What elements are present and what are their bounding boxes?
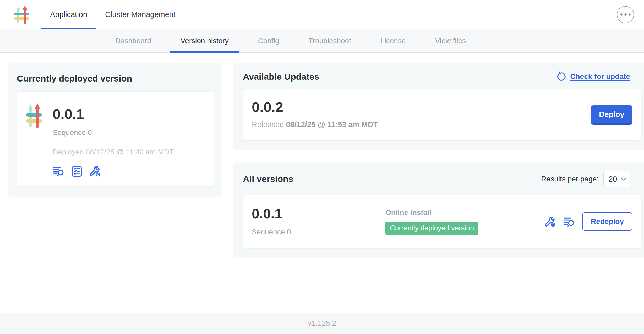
deploy-button[interactable]: Deploy [591, 105, 632, 123]
subnav-tab-version-history[interactable]: Version history [170, 29, 239, 52]
app-logo [14, 6, 29, 24]
all-versions-card: All versions Results per page: 20 0.0.1 … [233, 163, 644, 258]
tab-application-label: Application [50, 10, 87, 19]
released-date: 08/12/25 @ 11:53 am MDT [286, 120, 378, 129]
deployed-version-info: 0.0.1 Sequence 0 Deployed 08/12/25 @ 11:… [53, 99, 174, 177]
right-column: Available Updates Check for update 0.0.2… [233, 63, 644, 258]
results-per-page-label: Results per page: [541, 175, 599, 183]
released-prefix: Released [252, 120, 286, 129]
version-row: 0.0.1 Sequence 0 Online Install Currentl… [243, 195, 641, 249]
update-released-line: Released 08/12/25 @ 11:53 am MDT [252, 120, 378, 129]
results-per-page: Results per page: 20 [541, 171, 630, 187]
row-version-number: 0.0.1 [252, 207, 385, 220]
admin-console: Application Cluster Management Dashboard… [0, 0, 644, 334]
subnav-tab-license[interactable]: License [370, 29, 416, 52]
row-sequence: Sequence 0 [252, 228, 385, 236]
results-per-page-select-wrap: 20 [603, 171, 630, 187]
tab-application[interactable]: Application [41, 0, 96, 29]
deployed-timestamp: Deployed 08/12/25 @ 11:40 am MDT [53, 148, 174, 156]
deployed-sequence: Sequence 0 [53, 128, 174, 137]
currently-deployed-badge: Currently deployed version [385, 222, 478, 235]
subnav-tab-version-history-label: Version history [181, 37, 229, 45]
version-row-info: 0.0.1 Sequence 0 [252, 207, 385, 236]
subnav-tab-troubleshoot[interactable]: Troubleshoot [298, 29, 362, 52]
tab-cluster-management[interactable]: Cluster Management [96, 0, 184, 29]
subnav-tab-config-label: Config [258, 37, 279, 45]
overflow-menu-button[interactable] [617, 6, 634, 23]
ellipsis-icon [629, 13, 631, 16]
version-row-status: Online Install Currently deployed versio… [385, 208, 544, 235]
subnav-tab-view-files-label: View files [435, 37, 466, 45]
subnav-tab-dashboard[interactable]: Dashboard [105, 29, 162, 52]
app-subnav: Dashboard Version history Config Trouble… [0, 29, 644, 53]
update-row: 0.0.2 Released 08/12/25 @ 11:53 am MDT D… [243, 89, 641, 140]
available-updates-header: Available Updates Check for update [243, 71, 641, 82]
edit-config-icon[interactable] [89, 165, 101, 177]
view-diff-icon[interactable] [563, 216, 575, 228]
deployed-version-card: 0.0.1 Sequence 0 Deployed 08/12/25 @ 11:… [17, 91, 214, 187]
deployed-actions [53, 165, 174, 177]
tab-cluster-management-label: Cluster Management [105, 10, 176, 19]
deployed-version-number: 0.0.1 [53, 107, 174, 121]
arrows-logo-icon [26, 103, 42, 128]
subnav-tab-license-label: License [380, 37, 406, 45]
preflight-checks-icon[interactable] [71, 165, 83, 177]
update-info: 0.0.2 Released 08/12/25 @ 11:53 am MDT [252, 100, 378, 129]
ellipsis-icon [620, 13, 623, 16]
edit-config-icon[interactable] [544, 216, 556, 228]
redeploy-button[interactable]: Redeploy [582, 212, 632, 231]
view-diff-icon[interactable] [53, 165, 65, 177]
currently-deployed-title: Currently deployed version [17, 73, 214, 84]
page-footer: v1.125.2 [0, 313, 644, 334]
results-per-page-select[interactable]: 20 [603, 171, 630, 187]
install-type-label: Online Install [385, 208, 544, 217]
all-versions-header: All versions Results per page: 20 [243, 171, 641, 187]
main-content: Currently deployed version 0.0.1 Sequenc… [0, 53, 644, 313]
check-for-update-link[interactable]: Check for update [556, 71, 630, 82]
deployed-app-logo [26, 103, 42, 177]
subnav-tab-dashboard-label: Dashboard [115, 37, 151, 45]
refresh-icon [556, 71, 566, 82]
all-versions-title: All versions [243, 174, 293, 184]
currently-deployed-card: Currently deployed version 0.0.1 Sequenc… [8, 63, 222, 197]
ellipsis-icon [624, 13, 627, 16]
available-updates-card: Available Updates Check for update 0.0.2… [233, 63, 644, 150]
version-row-actions: Redeploy [544, 212, 632, 231]
update-version-number: 0.0.2 [252, 100, 378, 114]
available-updates-title: Available Updates [243, 72, 319, 82]
check-for-update-label: Check for update [570, 72, 630, 81]
top-header: Application Cluster Management [0, 0, 644, 29]
subnav-tab-troubleshoot-label: Troubleshoot [309, 37, 351, 45]
subnav-tab-config[interactable]: Config [248, 29, 290, 52]
subnav-tab-view-files[interactable]: View files [424, 29, 476, 52]
arrows-logo-icon [14, 6, 29, 24]
console-version: v1.125.2 [308, 319, 336, 327]
